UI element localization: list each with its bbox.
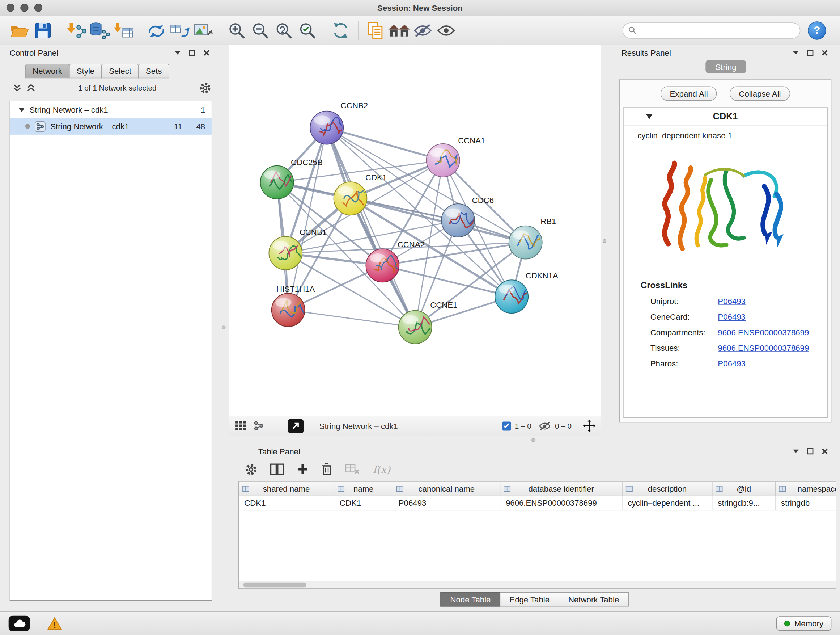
column-header[interactable]: name bbox=[334, 482, 393, 496]
column-header[interactable]: shared name bbox=[239, 482, 334, 496]
import-network-database-button[interactable] bbox=[88, 19, 111, 42]
network-edge[interactable] bbox=[288, 128, 327, 310]
tree-expand-icon[interactable] bbox=[19, 108, 25, 112]
network-node[interactable]: CDC6 bbox=[441, 196, 494, 237]
crosslink-link[interactable]: P06493 bbox=[718, 359, 745, 368]
network-edge[interactable] bbox=[327, 128, 415, 327]
expand-all-icon[interactable] bbox=[27, 84, 35, 92]
share-icon[interactable] bbox=[253, 420, 264, 431]
add-row-icon[interactable] bbox=[297, 463, 309, 475]
network-row[interactable]: String Network – cdk1 11 48 bbox=[10, 118, 212, 135]
birdseye-grid-icon[interactable] bbox=[235, 420, 247, 431]
gear-icon[interactable] bbox=[245, 463, 257, 475]
column-header[interactable]: namespace bbox=[775, 482, 836, 496]
tab-network[interactable]: Network bbox=[25, 64, 70, 78]
network-collection-row[interactable]: String Network – cdk1 1 bbox=[10, 101, 212, 118]
memory-button[interactable]: Memory bbox=[776, 616, 832, 631]
network-node[interactable]: CDKN1A bbox=[495, 271, 558, 313]
vertical-splitter-handle[interactable] bbox=[222, 325, 225, 329]
table-cell[interactable]: 9606.ENSP00000378699 bbox=[500, 496, 622, 510]
warnings-button[interactable] bbox=[45, 616, 64, 631]
horizontal-scrollbar[interactable] bbox=[239, 581, 836, 588]
panel-close-icon[interactable] bbox=[821, 448, 828, 454]
gear-icon[interactable] bbox=[199, 82, 211, 94]
table-cell[interactable]: cyclin–dependent ... bbox=[622, 496, 713, 510]
crosslink-link[interactable]: 9606.ENSP00000378699 bbox=[718, 328, 809, 337]
network-graph[interactable]: CCNB2CCNA1CDC25BCDK1CDC6RB1CCNB1CCNA2CDK… bbox=[229, 45, 601, 416]
zoom-out-button[interactable] bbox=[248, 19, 272, 42]
tab-string[interactable]: String bbox=[706, 60, 746, 73]
home-button[interactable] bbox=[387, 19, 411, 42]
panel-float-icon[interactable] bbox=[174, 49, 181, 56]
tab-node-table[interactable]: Node Table bbox=[441, 592, 500, 606]
network-edge[interactable] bbox=[288, 310, 415, 327]
selected-nodes-checkbox[interactable] bbox=[502, 421, 511, 431]
export-image-button[interactable] bbox=[192, 19, 215, 42]
horizontal-splitter-handle[interactable] bbox=[531, 438, 535, 442]
zoom-in-button[interactable] bbox=[225, 19, 248, 42]
column-header[interactable]: canonical name bbox=[393, 482, 500, 496]
columns-icon[interactable] bbox=[270, 463, 284, 475]
column-header[interactable]: database identifier bbox=[500, 482, 622, 496]
network-node[interactable]: CDK1 bbox=[334, 173, 387, 215]
collapse-all-icon[interactable] bbox=[13, 84, 22, 92]
import-network-file-button[interactable] bbox=[65, 19, 88, 42]
crosslink-link[interactable]: 9606.ENSP00000378699 bbox=[718, 343, 809, 352]
panel-float-icon[interactable] bbox=[792, 49, 799, 56]
crosslink-link[interactable]: P06493 bbox=[718, 312, 745, 321]
table-cell[interactable]: stringdb:9... bbox=[713, 496, 776, 510]
collapse-all-button[interactable]: Collapse All bbox=[729, 87, 790, 101]
delete-table-icon[interactable] bbox=[345, 463, 360, 475]
crosslink-link[interactable]: P06493 bbox=[718, 296, 745, 306]
table-cell[interactable]: P06493 bbox=[393, 496, 500, 510]
column-header[interactable]: description bbox=[622, 482, 713, 496]
help-button[interactable]: ? bbox=[808, 21, 826, 40]
table-cell[interactable]: CDK1 bbox=[239, 496, 334, 510]
trash-icon[interactable] bbox=[322, 463, 332, 476]
vertical-splitter-handle[interactable] bbox=[603, 239, 606, 243]
scrollbar-thumb[interactable] bbox=[243, 583, 306, 587]
network-node[interactable]: CCNB2 bbox=[310, 101, 368, 144]
network-from-table-button[interactable] bbox=[168, 19, 192, 42]
tab-edge-table[interactable]: Edge Table bbox=[500, 592, 559, 606]
panel-float-icon[interactable] bbox=[792, 448, 799, 454]
table-cell[interactable]: CDK1 bbox=[334, 496, 393, 510]
panel-close-icon[interactable] bbox=[203, 49, 210, 56]
open-in-window-button[interactable] bbox=[287, 418, 303, 433]
zoom-selected-button[interactable] bbox=[295, 19, 319, 42]
open-session-button[interactable] bbox=[8, 19, 31, 42]
column-header[interactable]: @id bbox=[713, 482, 776, 496]
function-builder-button[interactable]: f(x) bbox=[373, 463, 390, 475]
network-node[interactable]: HIST1H1A bbox=[272, 285, 315, 326]
zoom-in-icon bbox=[227, 21, 246, 40]
tab-select[interactable]: Select bbox=[101, 64, 139, 78]
collapse-section-icon[interactable] bbox=[646, 114, 653, 119]
network-node[interactable]: RB1 bbox=[509, 217, 556, 259]
new-network-button[interactable] bbox=[145, 19, 168, 42]
expand-all-button[interactable]: Expand All bbox=[660, 87, 717, 101]
network-node[interactable]: CCNB1 bbox=[269, 228, 327, 270]
hide-selected-button[interactable] bbox=[411, 19, 434, 42]
panel-maximize-icon[interactable] bbox=[807, 448, 813, 454]
show-all-button[interactable] bbox=[434, 19, 458, 42]
save-session-button[interactable] bbox=[31, 19, 55, 42]
duplicate-document-button[interactable] bbox=[364, 19, 387, 42]
pan-crosshair-icon[interactable] bbox=[583, 419, 596, 432]
network-canvas[interactable]: CCNB2CCNA1CDC25BCDK1CDC6RB1CCNB1CCNA2CDK… bbox=[229, 45, 601, 416]
panel-close-icon[interactable] bbox=[821, 49, 828, 56]
network-node[interactable]: CCNA1 bbox=[426, 136, 485, 177]
tab-network-table[interactable]: Network Table bbox=[559, 592, 629, 606]
import-table-button[interactable] bbox=[111, 19, 135, 42]
panel-maximize-icon[interactable] bbox=[807, 49, 813, 56]
protein-card-header[interactable]: CDK1 bbox=[624, 108, 827, 126]
zoom-fit-button[interactable] bbox=[272, 19, 295, 42]
tab-style[interactable]: Style bbox=[69, 64, 102, 78]
table-row[interactable]: CDK1 CDK1 P06493 9606.ENSP00000378699 cy… bbox=[239, 496, 836, 510]
cloud-button[interactable] bbox=[9, 616, 30, 631]
search-input[interactable] bbox=[622, 22, 801, 38]
network-node[interactable]: CCNE1 bbox=[399, 301, 458, 344]
tab-sets[interactable]: Sets bbox=[138, 64, 169, 78]
table-cell[interactable]: stringdb bbox=[775, 496, 836, 510]
refresh-view-button[interactable] bbox=[329, 19, 352, 42]
panel-maximize-icon[interactable] bbox=[188, 49, 195, 56]
